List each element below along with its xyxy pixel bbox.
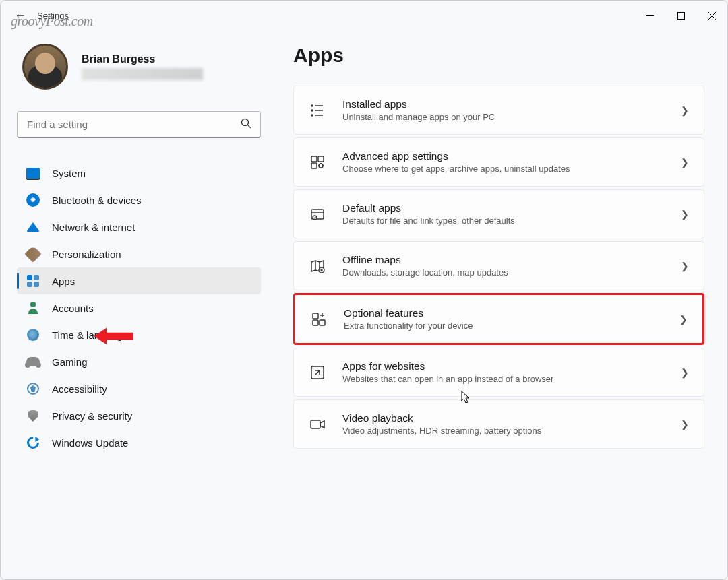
card-desc: Extra functionality for your device xyxy=(344,321,663,331)
profile-section[interactable]: Brian Burgess xyxy=(17,44,261,90)
close-button[interactable] xyxy=(696,4,727,27)
cards-list: Installed apps Uninstall and manage apps… xyxy=(293,86,708,449)
profile-info: Brian Burgess xyxy=(82,53,261,80)
chevron-right-icon: ❯ xyxy=(681,261,689,271)
search-input[interactable] xyxy=(17,111,261,138)
nav-item-network[interactable]: Network & internet xyxy=(17,214,261,240)
svg-rect-1 xyxy=(677,12,684,19)
nav-item-time[interactable]: Time & language xyxy=(17,321,261,348)
nav-list: System ⁕ Bluetooth & devices Network & i… xyxy=(17,160,261,456)
card-offline-maps[interactable]: Offline maps Downloads, storage location… xyxy=(293,241,704,290)
bluetooth-icon: ⁕ xyxy=(26,193,40,207)
svg-point-4 xyxy=(242,119,249,126)
card-desc: Choose where to get apps, archive apps, … xyxy=(342,164,665,174)
apps-websites-icon xyxy=(309,364,326,381)
optional-features-icon xyxy=(310,311,328,328)
card-body: Apps for websites Websites that can open… xyxy=(342,360,665,384)
search-icon xyxy=(241,118,251,131)
nav-label: Accessibility xyxy=(52,383,107,395)
chevron-right-icon: ❯ xyxy=(679,314,688,325)
chevron-right-icon: ❯ xyxy=(681,209,689,220)
svg-point-6 xyxy=(311,105,313,106)
main-panel: Apps Installed apps Uninstall and manage… xyxy=(269,30,727,579)
svg-rect-14 xyxy=(311,163,317,168)
nav-label: Apps xyxy=(52,276,75,287)
nav-item-system[interactable]: System xyxy=(17,160,261,187)
installed-apps-icon xyxy=(309,102,326,119)
nav-label: Network & internet xyxy=(52,222,135,233)
svg-rect-23 xyxy=(313,320,318,325)
nav-label: Privacy & security xyxy=(52,410,132,422)
content-area: Brian Burgess System ⁕ Bluetooth & devic… xyxy=(1,30,727,579)
minimize-button[interactable] xyxy=(634,4,665,27)
chevron-right-icon: ❯ xyxy=(681,367,689,378)
nav-label: Bluetooth & devices xyxy=(52,195,142,206)
gaming-icon xyxy=(26,355,40,368)
default-apps-icon xyxy=(309,205,326,223)
card-title: Optional features xyxy=(344,307,663,319)
svg-rect-12 xyxy=(311,156,317,162)
svg-point-8 xyxy=(311,110,313,111)
settings-window: ← Settings Brian Burgess xyxy=(0,0,728,580)
window-controls xyxy=(634,4,727,27)
card-body: Offline maps Downloads, storage location… xyxy=(342,254,665,278)
card-apps-websites[interactable]: Apps for websites Websites that can open… xyxy=(293,348,704,397)
card-default-apps[interactable]: Default apps Defaults for file and link … xyxy=(293,189,704,238)
nav-item-accessibility[interactable]: Accessibility xyxy=(17,375,261,402)
nav-item-gaming[interactable]: Gaming xyxy=(17,348,261,375)
nav-item-privacy[interactable]: Privacy & security xyxy=(17,402,261,429)
time-icon xyxy=(26,328,40,342)
card-title: Video playback xyxy=(342,412,665,424)
svg-rect-13 xyxy=(318,156,324,162)
svg-point-15 xyxy=(319,164,323,168)
card-title: Offline maps xyxy=(342,254,665,266)
svg-rect-24 xyxy=(320,320,325,325)
card-body: Default apps Defaults for file and link … xyxy=(342,202,665,226)
nav-item-update[interactable]: Windows Update xyxy=(17,429,261,456)
chevron-right-icon: ❯ xyxy=(681,419,689,430)
accounts-icon xyxy=(26,301,40,315)
search-container xyxy=(17,111,261,138)
card-title: Default apps xyxy=(342,202,665,214)
card-title: Installed apps xyxy=(342,98,665,110)
nav-item-personalization[interactable]: Personalization xyxy=(17,240,261,267)
privacy-icon xyxy=(26,409,40,422)
card-video-playback[interactable]: Video playback Video adjustments, HDR st… xyxy=(293,399,704,449)
sidebar: Brian Burgess System ⁕ Bluetooth & devic… xyxy=(1,30,269,579)
profile-name: Brian Burgess xyxy=(82,53,261,65)
nav-item-bluetooth[interactable]: ⁕ Bluetooth & devices xyxy=(17,187,261,214)
offline-maps-icon xyxy=(309,257,326,275)
advanced-settings-icon xyxy=(309,154,326,171)
svg-line-5 xyxy=(248,125,251,129)
accessibility-icon xyxy=(26,382,40,395)
card-body: Advanced app settings Choose where to ge… xyxy=(342,150,665,174)
card-advanced-settings[interactable]: Advanced app settings Choose where to ge… xyxy=(293,137,704,187)
svg-rect-28 xyxy=(311,420,320,428)
card-desc: Websites that can open in an app instead… xyxy=(342,374,665,384)
page-title: Apps xyxy=(293,44,708,67)
card-desc: Video adjustments, HDR streaming, batter… xyxy=(342,426,665,436)
arrow-annotation xyxy=(94,327,133,348)
chevron-right-icon: ❯ xyxy=(681,157,689,168)
apps-icon xyxy=(26,274,40,288)
card-desc: Defaults for file and link types, other … xyxy=(342,216,665,226)
nav-label: Windows Update xyxy=(52,437,128,449)
card-desc: Uninstall and manage apps on your PC xyxy=(342,112,665,122)
card-body: Installed apps Uninstall and manage apps… xyxy=(342,98,665,122)
nav-label: Personalization xyxy=(52,249,121,260)
system-icon xyxy=(26,166,40,180)
network-icon xyxy=(26,220,40,234)
nav-item-apps[interactable]: Apps xyxy=(17,267,261,294)
card-body: Video playback Video adjustments, HDR st… xyxy=(342,412,665,436)
nav-label: System xyxy=(52,168,86,179)
avatar xyxy=(22,44,68,90)
card-installed-apps[interactable]: Installed apps Uninstall and manage apps… xyxy=(293,86,704,135)
card-title: Apps for websites xyxy=(342,360,665,373)
video-playback-icon xyxy=(309,416,326,433)
maximize-button[interactable] xyxy=(665,4,696,27)
watermark: groovyPost.com xyxy=(11,13,93,29)
svg-point-10 xyxy=(311,115,313,116)
nav-item-accounts[interactable]: Accounts xyxy=(17,294,261,321)
titlebar: ← Settings xyxy=(1,1,727,30)
card-optional-features[interactable]: Optional features Extra functionality fo… xyxy=(293,293,704,345)
